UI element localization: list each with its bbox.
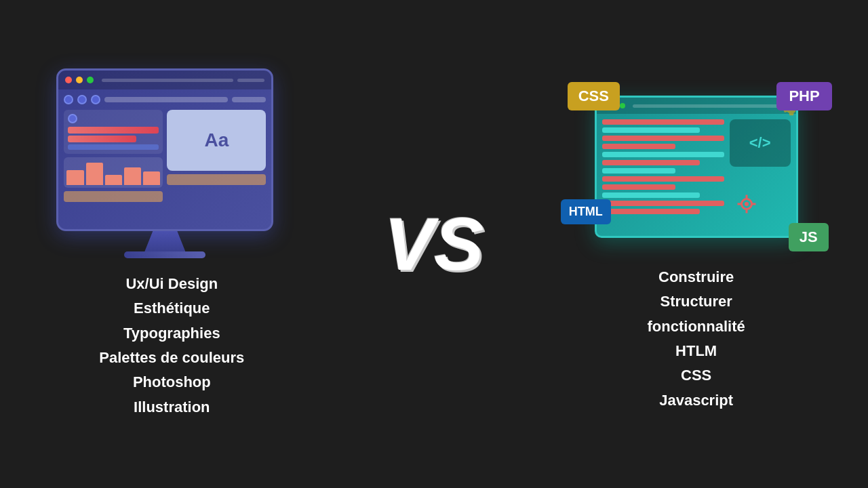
type-aa: Aa — [204, 129, 229, 151]
minimize-dot — [76, 77, 83, 83]
settings-icon — [736, 194, 757, 214]
monitor-base — [124, 251, 205, 258]
right-text-list: Construire Structurer fonctionnalité HTL… — [648, 265, 745, 413]
ui-circle-1 — [68, 114, 77, 123]
code-titlebar — [597, 98, 796, 114]
code-line-6 — [602, 160, 700, 165]
left-item-3: Typographies — [99, 321, 244, 346]
vs-label: VS — [384, 207, 484, 281]
ui-bar-1 — [68, 127, 159, 134]
code-lines — [602, 119, 724, 214]
right-item-2: Structurer — [648, 289, 745, 314]
main-container: Aa Ux/Ui Design Esthétique Typographies … — [0, 0, 868, 488]
right-side: CSS PHP HTML JS — [554, 75, 839, 413]
typography-box: Aa — [167, 110, 266, 171]
ui-bar-2 — [68, 136, 136, 142]
php-badge: PHP — [776, 82, 831, 110]
design-illustration: Aa — [56, 68, 287, 258]
monitor-titlebar — [58, 70, 271, 89]
left-item-1: Ux/Ui Design — [99, 272, 244, 296]
code-line-3 — [602, 136, 724, 141]
html-badge: HTML — [561, 199, 611, 224]
maximize-dot — [87, 77, 94, 83]
code-line-11 — [602, 201, 724, 206]
bottom-bar-left — [64, 191, 163, 202]
left-item-5: Photoshop — [99, 370, 244, 394]
code-line-4 — [602, 144, 675, 149]
monitor-stand — [144, 231, 185, 251]
code-illustration: CSS PHP HTML JS — [554, 75, 839, 265]
code-line-5 — [602, 152, 724, 157]
code-line-10 — [602, 192, 700, 198]
code-panel: </> — [730, 119, 791, 167]
design-monitor: Aa — [56, 68, 273, 231]
left-item-6: Illustration — [99, 395, 244, 420]
code-monitor: </> — [595, 96, 798, 238]
vs-container: VS — [373, 207, 495, 281]
left-item-2: Esthétique — [99, 296, 244, 321]
mini-chart — [64, 157, 163, 188]
close-dot — [65, 77, 72, 83]
left-text-list: Ux/Ui Design Esthétique Typographies Pal… — [99, 272, 244, 420]
svg-point-1 — [745, 202, 749, 206]
code-line-1 — [602, 119, 724, 125]
js-badge: JS — [789, 223, 829, 251]
right-item-5: CSS — [648, 363, 745, 388]
code-line-7 — [602, 168, 675, 174]
right-item-6: Javascript — [648, 388, 745, 413]
code-line-9 — [602, 184, 675, 190]
right-item-1: Construire — [648, 265, 745, 289]
code-body: </> — [597, 114, 796, 220]
code-line-12 — [602, 209, 700, 214]
css-badge: CSS — [568, 82, 620, 110]
right-item-3: fonctionnalité — [648, 314, 745, 339]
tool-btn-2 — [77, 95, 87, 104]
code-panel-label: </> — [749, 134, 771, 152]
code-line-8 — [602, 176, 724, 182]
right-item-4: HTLM — [648, 339, 745, 363]
code-line-2 — [602, 127, 700, 133]
tool-btn-3 — [91, 95, 100, 104]
left-item-4: Palettes de couleurs — [99, 346, 244, 370]
code-dot-3 — [620, 103, 625, 108]
bottom-bar-right — [167, 174, 266, 185]
left-side: Aa Ux/Ui Design Esthétique Typographies … — [29, 68, 314, 420]
tool-btn-1 — [64, 95, 73, 104]
